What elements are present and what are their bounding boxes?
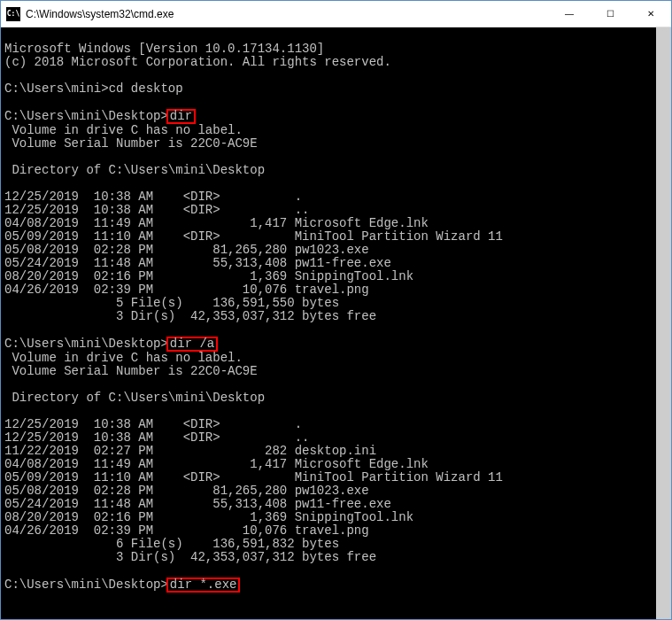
listing-row: 08/20/2019 02:16 PM 1,369 SnippingTool.l… <box>4 269 413 283</box>
highlighted-command: dir *.exe <box>166 577 241 593</box>
console-line: Microsoft Windows [Version 10.0.17134.11… <box>4 42 324 56</box>
listing-row: 6 File(s) 136,591,832 bytes <box>4 537 339 551</box>
listing-row: 04/26/2019 02:39 PM 10,076 travel.png <box>4 523 369 538</box>
window-titlebar[interactable]: C:\ C:\Windows\system32\cmd.exe — ☐ ✕ <box>1 1 671 27</box>
console-line: Volume in drive C has no label. <box>4 351 243 365</box>
console-output[interactable]: Microsoft Windows [Version 10.0.17134.11… <box>1 27 671 619</box>
listing-row: 05/09/2019 11:10 AM <DIR> MiniTool Parti… <box>4 229 503 244</box>
console-line: Directory of C:\Users\mini\Desktop <box>4 163 265 177</box>
minimize-button[interactable]: — <box>549 1 590 27</box>
listing-row: 04/08/2019 11:49 AM 1,417 Microsoft Edge… <box>4 457 429 471</box>
console-line: Volume in drive C has no label. <box>4 123 243 137</box>
listing-row: 05/24/2019 11:48 AM 55,313,408 pw11-free… <box>4 256 391 270</box>
listing-row: 05/08/2019 02:28 PM 81,265,280 pw1023.ex… <box>4 243 369 257</box>
listing-row: 12/25/2019 10:38 AM <DIR> . <box>4 190 302 204</box>
command-input: cd desktop <box>109 81 183 96</box>
listing-row: 11/22/2019 02:27 PM 282 desktop.ini <box>4 444 376 458</box>
prompt: C:\Users\mini\Desktop> <box>4 337 168 351</box>
scrollbar-thumb[interactable] <box>656 27 671 619</box>
listing-row: 04/26/2019 02:39 PM 10,076 travel.png <box>4 283 369 297</box>
listing-row: 3 Dir(s) 42,353,037,312 bytes free <box>4 309 376 323</box>
prompt: C:\Users\mini\Desktop> <box>4 577 168 592</box>
vertical-scrollbar[interactable] <box>656 27 671 619</box>
console-line: Volume Serial Number is 22C0-AC9E <box>4 136 258 151</box>
listing-row: 05/09/2019 11:10 AM <DIR> MiniTool Parti… <box>4 470 503 484</box>
listing-row: 05/08/2019 02:28 PM 81,265,280 pw1023.ex… <box>4 484 369 498</box>
listing-row: 08/20/2019 02:16 PM 1,369 SnippingTool.l… <box>4 510 413 524</box>
highlighted-command: dir /a <box>166 337 218 352</box>
listing-row: 12/25/2019 10:38 AM <DIR> .. <box>4 203 309 217</box>
highlighted-command: dir <box>166 109 196 124</box>
window-title: C:\Windows\system32\cmd.exe <box>26 8 549 20</box>
console-line: Directory of C:\Users\mini\Desktop <box>4 391 265 405</box>
listing-row: 12/25/2019 10:38 AM <DIR> . <box>4 417 302 431</box>
listing-row: 05/24/2019 11:48 AM 55,313,408 pw11-free… <box>4 497 391 511</box>
cmd-icon: C:\ <box>6 7 20 21</box>
maximize-button[interactable]: ☐ <box>590 1 630 27</box>
console-line: Volume Serial Number is 22C0-AC9E <box>4 364 258 378</box>
listing-row: 04/08/2019 11:49 AM 1,417 Microsoft Edge… <box>4 216 429 230</box>
close-button[interactable]: ✕ <box>630 1 671 27</box>
listing-row: 5 File(s) 136,591,550 bytes <box>4 296 339 310</box>
console-line: (c) 2018 Microsoft Corporation. All righ… <box>4 55 391 69</box>
listing-row: 12/25/2019 10:38 AM <DIR> .. <box>4 430 309 445</box>
prompt: C:\Users\mini> <box>4 81 109 96</box>
window-controls: — ☐ ✕ <box>549 1 671 27</box>
prompt: C:\Users\mini\Desktop> <box>4 109 168 123</box>
listing-row: 3 Dir(s) 42,353,037,312 bytes free <box>4 550 376 564</box>
